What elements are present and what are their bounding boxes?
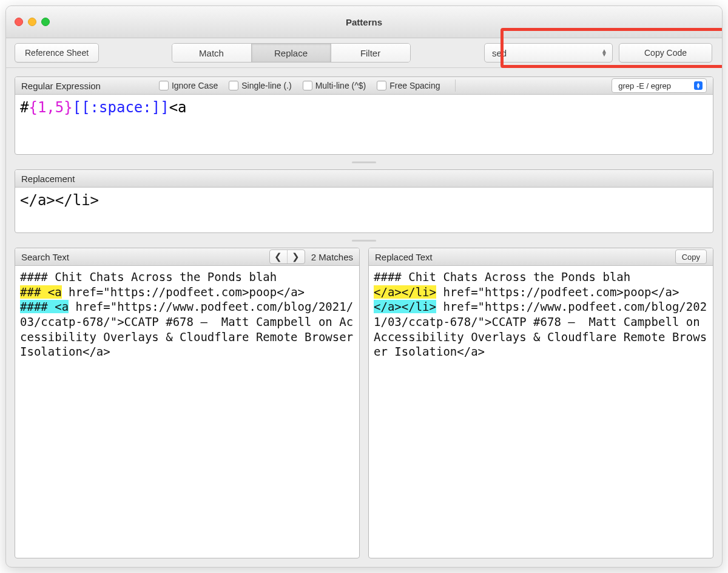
single-line-checkbox[interactable]: Single-line (.) <box>229 81 291 90</box>
search-text-header: Search Text ❮ ❯ 2 Matches <box>15 248 359 266</box>
ignore-case-checkbox[interactable]: Ignore Case <box>159 81 218 90</box>
replaced-text-panel: Replaced Text Copy #### Chit Chats Acros… <box>368 248 713 558</box>
chevron-updown-icon: ▲▼ <box>694 81 703 90</box>
resize-grip[interactable] <box>15 238 713 243</box>
replaced-text-output: #### Chit Chats Across the Ponds blah </… <box>369 266 713 558</box>
match-count-label: 2 Matches <box>311 252 353 262</box>
multi-line-checkbox[interactable]: Multi-line (^$) <box>303 81 366 90</box>
search-text-title: Search Text <box>21 252 69 262</box>
window-title: Patterns <box>6 17 722 27</box>
results-split: Search Text ❮ ❯ 2 Matches #### Chit Chat… <box>15 248 713 558</box>
next-match-button[interactable]: ❯ <box>288 250 305 263</box>
reference-sheet-button[interactable]: Reference Sheet <box>15 43 99 63</box>
regex-panel: Regular Expression Ignore Case Single-li… <box>15 76 713 155</box>
prev-match-button[interactable]: ❮ <box>270 250 288 263</box>
app-window: Patterns Reference Sheet Match Replace F… <box>5 5 723 568</box>
code-format-select[interactable]: sed ▲▼ <box>484 43 613 63</box>
replacement-input[interactable]: </a></li> <box>15 188 713 232</box>
regex-panel-title: Regular Expression <box>21 81 101 91</box>
replacement-panel-title: Replacement <box>21 174 75 184</box>
mode-segmented-control: Match Replace Filter <box>172 43 411 63</box>
copy-replaced-button[interactable]: Copy <box>675 249 707 264</box>
regex-input[interactable]: #{1,5}[[:space:]]<a <box>15 95 713 154</box>
toolbar-right-group: sed ▲▼ Copy Code <box>483 42 713 64</box>
resize-grip[interactable] <box>15 160 713 164</box>
titlebar: Patterns <box>6 6 722 38</box>
chevron-updown-icon: ▲▼ <box>601 49 607 56</box>
free-spacing-checkbox[interactable]: Free Spacing <box>377 81 440 90</box>
content-area: Regular Expression Ignore Case Single-li… <box>6 68 722 567</box>
toolbar: Reference Sheet Match Replace Filter sed… <box>6 38 722 68</box>
regex-engine-value: grep -E / egrep <box>618 81 671 90</box>
tab-filter[interactable]: Filter <box>331 44 410 62</box>
regex-panel-header: Regular Expression Ignore Case Single-li… <box>15 77 713 95</box>
match-nav-control: ❮ ❯ <box>269 249 305 264</box>
copy-code-button[interactable]: Copy Code <box>619 43 712 63</box>
replaced-text-header: Replaced Text Copy <box>369 248 713 266</box>
code-format-value: sed <box>492 48 507 58</box>
regex-engine-select[interactable]: grep -E / egrep ▲▼ <box>612 78 707 93</box>
search-text-input[interactable]: #### Chit Chats Across the Ponds blah ##… <box>15 266 359 558</box>
search-text-panel: Search Text ❮ ❯ 2 Matches #### Chit Chat… <box>15 248 360 558</box>
replaced-text-title: Replaced Text <box>375 252 433 262</box>
replacement-panel: Replacement </a></li> <box>15 169 713 233</box>
replacement-panel-header: Replacement <box>15 170 713 188</box>
tab-match[interactable]: Match <box>172 44 252 62</box>
tab-replace[interactable]: Replace <box>252 44 331 62</box>
